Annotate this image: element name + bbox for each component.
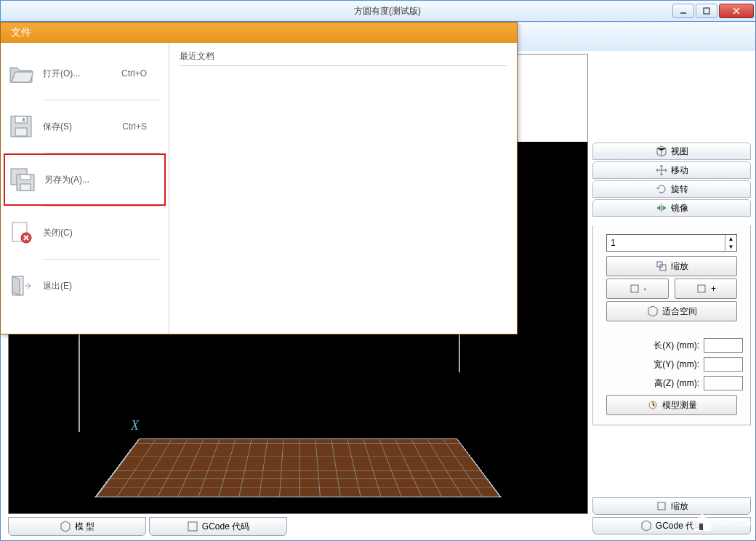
- code-icon: [187, 521, 198, 532]
- grow-icon: [696, 283, 707, 294]
- close-button[interactable]: [719, 4, 754, 18]
- width-input[interactable]: [704, 357, 743, 372]
- menu-item-open[interactable]: 打开(O)... Ctrl+O: [4, 47, 166, 100]
- svg-rect-12: [631, 285, 638, 292]
- mirror-icon: [656, 202, 667, 214]
- cube-icon: [656, 145, 667, 157]
- svg-rect-23: [20, 175, 31, 180]
- shrink-icon: [629, 283, 640, 294]
- svg-rect-19: [15, 128, 27, 136]
- tab-scale-bottom-label: 缩放: [671, 500, 688, 513]
- save-as-icon: [9, 167, 36, 193]
- tab-mirror[interactable]: 镜像: [592, 199, 751, 217]
- window-title: 方圆有度(测试版): [102, 5, 672, 17]
- scale-spinner[interactable]: ▲ ▼: [606, 234, 737, 252]
- svg-rect-15: [188, 522, 197, 531]
- scale-icon: [656, 500, 667, 512]
- tab-move[interactable]: 移动: [592, 161, 751, 179]
- svg-rect-11: [660, 265, 666, 270]
- tab-view[interactable]: 视图: [592, 143, 751, 160]
- tab-model-label: 模 型: [75, 521, 94, 533]
- exit-icon: [8, 273, 34, 299]
- move-icon: [656, 164, 667, 176]
- height-label: 高(Z) (mm):: [654, 377, 699, 390]
- scale-icon: [656, 260, 667, 272]
- svg-rect-28: [699, 524, 703, 530]
- file-menu-items: 打开(O)... Ctrl+O 保存(S) Ctrl+S: [1, 43, 169, 334]
- spin-up-icon[interactable]: ▲: [725, 235, 736, 243]
- tab-rotate-label: 旋转: [671, 183, 688, 196]
- scale-panel: ▲ ▼ 缩放 - + 适合空间: [592, 225, 751, 425]
- menu-item-exit[interactable]: 退出(E): [4, 260, 166, 312]
- tab-model[interactable]: 模 型: [8, 517, 146, 536]
- width-label: 宽(Y) (mm):: [654, 358, 699, 371]
- svg-rect-13: [698, 285, 705, 292]
- menu-item-open-shortcut: Ctrl+O: [121, 68, 147, 79]
- watermark: 系统之家: [691, 513, 753, 532]
- tab-scale-bottom[interactable]: 缩放: [592, 497, 751, 515]
- close-file-icon: [8, 220, 34, 246]
- menu-item-close-label: 关闭(C): [43, 227, 73, 239]
- fit-icon: [647, 305, 659, 317]
- tab-gcode[interactable]: GCode 代码: [149, 517, 287, 536]
- length-input[interactable]: [704, 338, 743, 353]
- menu-item-open-label: 打开(O)...: [43, 68, 80, 80]
- cube-icon: [60, 521, 71, 532]
- fit-space-label: 适合空间: [662, 305, 697, 318]
- menu-item-save-label: 保存(S): [43, 121, 72, 133]
- build-plate: [94, 438, 502, 497]
- scale-down-button[interactable]: -: [606, 278, 669, 299]
- menu-item-close[interactable]: 关闭(C): [4, 207, 166, 259]
- maximize-button[interactable]: [696, 4, 717, 18]
- length-label: 长(X) (mm):: [654, 340, 699, 352]
- file-menu: 文件 打开(O)... Ctrl+O 保存(S) Ctrl+S: [0, 22, 518, 334]
- svg-rect-1: [704, 8, 709, 14]
- menu-item-save-as[interactable]: 另存为(A)...: [4, 153, 166, 206]
- tab-view-label: 视图: [671, 145, 688, 158]
- menu-item-save-as-label: 另存为(A)...: [44, 174, 89, 186]
- svg-rect-24: [20, 184, 31, 191]
- menu-item-exit-label: 退出(E): [43, 280, 72, 292]
- right-panel: 视图 移动 旋转 镜像 ▲ ▼ 缩放: [592, 54, 751, 514]
- open-folder-icon: [8, 60, 34, 87]
- tab-rotate[interactable]: 旋转: [592, 180, 751, 198]
- menu-item-save[interactable]: 保存(S) Ctrl+S: [4, 100, 166, 153]
- tab-move-label: 移动: [671, 164, 688, 177]
- titlebar: 方圆有度(测试版): [0, 0, 756, 22]
- recent-documents-header: 最近文档: [180, 47, 507, 66]
- tab-mirror-label: 镜像: [671, 202, 688, 215]
- rotate-icon: [656, 183, 667, 195]
- scale-button-label: 缩放: [671, 260, 688, 273]
- svg-rect-20: [23, 118, 25, 121]
- scale-up-label: +: [711, 284, 716, 294]
- svg-rect-16: [658, 502, 665, 510]
- scale-value-input[interactable]: [607, 235, 725, 251]
- fit-space-button[interactable]: 适合空间: [606, 301, 737, 321]
- height-input[interactable]: [704, 376, 743, 390]
- file-menu-header[interactable]: 文件: [1, 23, 517, 43]
- scale-down-label: -: [644, 284, 647, 294]
- bottom-tabs: 模 型 GCode 代码: [8, 517, 588, 536]
- minimize-button[interactable]: [672, 4, 694, 18]
- ruler-icon: [647, 399, 659, 411]
- house-icon: [691, 513, 714, 532]
- scale-up-button[interactable]: +: [675, 278, 737, 299]
- tab-gcode-label: GCode 代码: [202, 521, 249, 533]
- svg-rect-18: [15, 116, 27, 123]
- measure-button-label: 模型测量: [662, 399, 697, 412]
- recent-documents-panel: 最近文档: [169, 43, 517, 334]
- scale-button[interactable]: 缩放: [606, 256, 737, 276]
- axis-label-x: X: [131, 418, 139, 433]
- save-icon: [8, 113, 34, 140]
- measure-button[interactable]: 模型测量: [606, 395, 737, 415]
- spin-down-icon[interactable]: ▼: [725, 243, 736, 251]
- menu-item-save-shortcut: Ctrl+S: [122, 121, 147, 132]
- watermark-text: 系统之家: [718, 517, 753, 529]
- cube-icon: [640, 520, 652, 532]
